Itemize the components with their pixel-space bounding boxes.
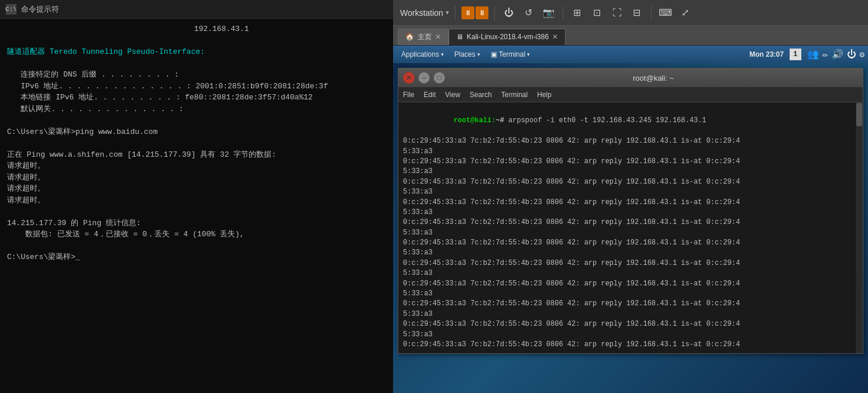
menu-help[interactable]: Help: [537, 91, 552, 99]
places-menu[interactable]: Places ▾: [450, 49, 485, 60]
cmd-line: [7, 137, 386, 149]
vmware-title: Workstation ▾: [400, 8, 449, 18]
prompt-user: root@kali:: [453, 116, 495, 125]
revert-btn[interactable]: ↺: [521, 5, 537, 21]
cmd-content: 192.168.43.1 隧道适配器 Teredo Tunneling Pseu…: [0, 19, 393, 393]
vmware-title-text: Workstation: [400, 8, 443, 18]
send-keys-btn[interactable]: ⌨: [657, 5, 674, 21]
output-line: 5:33:a3: [403, 208, 858, 218]
menu-file[interactable]: File: [403, 91, 414, 99]
pause-btn-1[interactable]: ⏸: [461, 6, 474, 19]
cmd-line: 默认网关. . . . . . . . . . . . . . :: [7, 104, 386, 115]
cmd-line: 请求超时。: [7, 183, 386, 195]
toolbar-separator: [494, 6, 495, 20]
output-line: 0:c:29:45:33:a3 7c:b2:7d:55:4b:23 0806 4…: [403, 157, 858, 167]
terminal-scrollbar[interactable]: [856, 102, 863, 353]
applications-menu[interactable]: Applications ▾: [397, 49, 449, 60]
full-screen-btn[interactable]: ⛶: [609, 5, 625, 21]
kali-panel: Applications ▾ Places ▾ ▣ Terminal ▾ Mon…: [393, 46, 868, 393]
terminal-output[interactable]: root@kali:~# arpspoof -i eth0 -t 192.168…: [398, 102, 863, 353]
terminal-label: Terminal: [499, 50, 525, 58]
terminal-arrow: ▾: [527, 51, 530, 57]
terminal-close-btn[interactable]: ✕: [403, 72, 415, 84]
unity-btn[interactable]: ⊟: [629, 5, 645, 21]
cmd-icon: C:\: [6, 4, 16, 15]
pause-btn-2[interactable]: ⏸: [476, 6, 488, 19]
prompt-path: ~#: [495, 116, 504, 125]
output-line: 0:c:29:45:33:a3 7c:b2:7d:55:4b:23 0806 4…: [403, 136, 858, 146]
terminal-minimize-btn[interactable]: −: [418, 72, 430, 84]
terminal-titlebar: ✕ − □ root@kali: ~: [398, 68, 863, 87]
terminal-app-menu: File Edit View Search Terminal Help: [398, 87, 863, 102]
cmd-line: [7, 35, 386, 47]
output-line: 0:c:29:45:33:a3 7c:b2:7d:55:4b:23 0806 4…: [403, 258, 858, 268]
vmware-window: Workstation ▾ ⏸ ⏸ ⏻ ↺ 📷 ⊞ ⊡ ⛶ ⊟ ⌨ ⤢ 🏠 主页…: [393, 0, 868, 393]
cmd-line: 请求超时。: [7, 195, 386, 206]
fit-guest-btn[interactable]: ⊡: [589, 5, 605, 21]
menu-view[interactable]: View: [445, 91, 460, 99]
kali-tab[interactable]: 🖥 Kali-Linux-2018.4-vm-i386 ✕: [449, 29, 566, 45]
terminal-command: root@kali:~# arpspoof -i eth0 -t 192.168…: [403, 106, 858, 136]
kali-tab-label: Kali-Linux-2018.4-vm-i386: [467, 33, 549, 41]
home-tab-label: 主页: [418, 32, 432, 42]
output-line: 0:c:29:45:33:a3 7c:b2:7d:55:4b:23 0806 4…: [403, 177, 858, 187]
output-line: 5:33:a3: [403, 187, 858, 197]
cmd-line: 本地链接 IPv6 地址. . . . . . . . . : fe80::20…: [7, 92, 386, 104]
vmware-dropdown-arrow[interactable]: ▾: [446, 9, 449, 16]
settings-icon[interactable]: ⚙: [860, 50, 864, 60]
applications-label: Applications: [401, 50, 439, 58]
kali-desktop: ✕ − □ root@kali: ~ File Edit View Search…: [393, 63, 868, 393]
toolbar-separator: [563, 6, 563, 20]
cmd-line: [7, 58, 386, 70]
terminal-menu-btn[interactable]: ▣ Terminal ▾: [486, 49, 535, 60]
menu-terminal[interactable]: Terminal: [501, 91, 528, 99]
output-line: 0:c:29:45:33:a3 7c:b2:7d:55:4b:23 0806 4…: [403, 279, 858, 289]
cmd-line: 正在 Ping www.a.shifen.com [14.215.177.39]…: [7, 149, 386, 161]
home-tab-close[interactable]: ✕: [435, 33, 441, 41]
cmd-line: 隧道适配器 Teredo Tunneling Pseudo-Interface:: [7, 46, 386, 58]
output-line: 5:33:a3: [403, 147, 858, 157]
cmd-title: 命令提示符: [21, 4, 59, 15]
menu-edit[interactable]: Edit: [423, 91, 436, 99]
scrollbar-thumb[interactable]: [856, 103, 862, 126]
terminal-maximize-btn[interactable]: □: [433, 72, 445, 84]
output-line: 5:33:a3: [403, 309, 858, 319]
kali-tab-icon: 🖥: [456, 33, 463, 41]
cmd-window: C:\ 命令提示符 192.168.43.1 隧道适配器 Teredo Tunn…: [0, 0, 393, 393]
output-line: 5:33:a3: [403, 248, 858, 258]
output-line: 5:33:a3: [403, 167, 858, 177]
power-icon[interactable]: ⏻: [847, 49, 856, 60]
vm-tabs: 🏠 主页 ✕ 🖥 Kali-Linux-2018.4-vm-i386 ✕: [393, 26, 868, 46]
menu-search[interactable]: Search: [470, 91, 492, 99]
power-off-btn[interactable]: ⏻: [501, 5, 517, 21]
vmware-toolbar: Workstation ▾ ⏸ ⏸ ⏻ ↺ 📷 ⊞ ⊡ ⛶ ⊟ ⌨ ⤢: [393, 0, 868, 26]
cmd-line: 连接特定的 DNS 后缀 . . . . . . . . :: [7, 69, 386, 81]
home-tab[interactable]: 🏠 主页 ✕: [398, 29, 449, 45]
output-line: 5:33:a3: [403, 228, 858, 238]
kali-terminal-window: ✕ − □ root@kali: ~ File Edit View Search…: [398, 68, 863, 354]
output-line: 0:c:29:45:33:a3 7c:b2:7d:55:4b:23 0806 4…: [403, 319, 858, 329]
output-line: 0:c:29:45:33:a3 7c:b2:7d:55:4b:23 0806 4…: [403, 299, 858, 309]
cmd-line: 数据包: 已发送 = 4，已接收 = 0，丢失 = 4 (100% 丢失),: [7, 229, 386, 240]
home-icon: 🏠: [405, 33, 414, 41]
fit-window-btn[interactable]: ⊞: [569, 5, 585, 21]
cmd-line: 请求超时。: [7, 160, 386, 172]
output-line: 5:33:a3: [403, 268, 858, 278]
cmd-line: C:\Users\梁蔼样>ping www.baidu.com: [7, 126, 386, 138]
output-line: 0:c:29:45:33:a3 7c:b2:7d:55:4b:23 0806 4…: [403, 218, 858, 227]
workspace-indicator[interactable]: 1: [790, 49, 801, 60]
cmd-line: [7, 206, 386, 218]
cmd-line: [7, 240, 386, 252]
cmd-titlebar: C:\ 命令提示符: [0, 0, 393, 19]
cmd-line: IPv6 地址. . . . . . . . . . . . . . : 200…: [7, 81, 386, 92]
output-line: 0:c:29:45:33:a3 7c:b2:7d:55:4b:23 0806 4…: [403, 340, 858, 350]
kali-tab-close[interactable]: ✕: [552, 33, 558, 41]
cmd-line: C:\Users\梁蔼样>_: [7, 251, 386, 263]
toolbar-separator: [651, 6, 652, 20]
toolbar-separator: [455, 6, 456, 20]
output-line: 0:c:29:45:33:a3 7c:b2:7d:55:4b:23 0806 4…: [403, 198, 858, 208]
terminal-icon-small: ▣: [491, 50, 497, 58]
wifi-icon: ✏: [822, 49, 828, 60]
snapshot-btn[interactable]: 📷: [540, 5, 557, 21]
fullscreen-exit-btn[interactable]: ⤢: [677, 5, 694, 21]
